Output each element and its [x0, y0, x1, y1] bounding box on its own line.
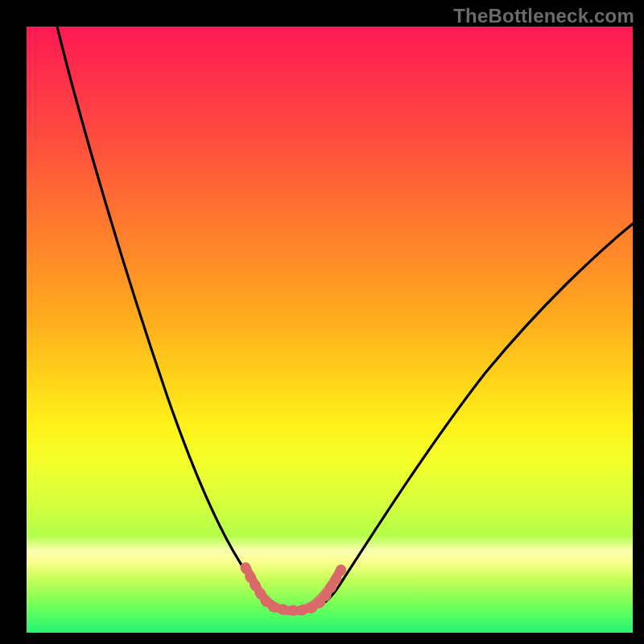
- outer-frame: TheBottleneck.com: [0, 0, 644, 644]
- watermark-text: TheBottleneck.com: [453, 5, 634, 27]
- curve-layer: [27, 27, 633, 633]
- trough-accent-underlay: [249, 572, 339, 611]
- main-curve: [57, 27, 633, 609]
